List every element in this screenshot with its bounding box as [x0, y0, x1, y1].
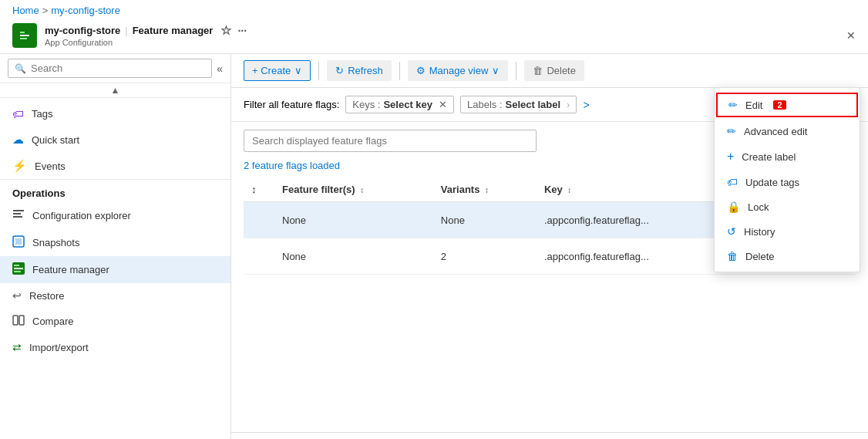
sidebar-item-restore[interactable]: ↩ Restore — [0, 283, 230, 308]
key-value: Select key — [383, 99, 432, 110]
key-prefix: Keys : — [352, 99, 380, 110]
svg-rect-4 — [13, 210, 24, 211]
update-tags-icon: 🏷 — [727, 176, 738, 188]
sort-icon-1[interactable]: ↕ — [360, 186, 364, 194]
star-icon[interactable]: ☆ — [220, 23, 231, 38]
sidebar-item-label: Restore — [29, 290, 65, 302]
feature-filter-cell-1: None — [274, 238, 433, 275]
svg-rect-10 — [14, 268, 23, 269]
sidebar-item-label: Import/export — [29, 342, 89, 353]
sidebar-search-input[interactable] — [31, 62, 205, 74]
sidebar-item-label: Feature manager — [32, 264, 109, 275]
svg-rect-12 — [14, 271, 21, 272]
menu-item-edit[interactable]: ✏ Edit 2 — [716, 93, 858, 117]
compare-icon — [12, 314, 25, 329]
tags-icon: 🏷 — [12, 107, 24, 120]
key-cell-1: .appconfig.featureflag... — [537, 238, 732, 275]
sidebar-item-snapshots[interactable]: Snapshots — [0, 229, 230, 256]
refresh-label: Refresh — [348, 65, 383, 76]
svg-rect-3 — [20, 38, 27, 39]
app-icon — [12, 23, 37, 48]
col-variants: Variants — [441, 184, 480, 195]
filter-label: Filter all feature flags: — [244, 99, 339, 110]
sort-icon-3[interactable]: ↕ — [567, 186, 571, 194]
sidebar-scroll-up[interactable]: ▲ — [111, 85, 120, 96]
update-tags-label: Update tags — [745, 177, 799, 188]
sidebar-item-events[interactable]: ⚡ Events — [0, 153, 230, 179]
menu-item-lock[interactable]: 🔒 Lock — [715, 194, 860, 219]
sort-col-0[interactable]: ↕ — [251, 184, 257, 195]
svg-rect-14 — [19, 316, 24, 325]
manage-view-arrow-icon: ∨ — [492, 65, 500, 76]
key-cell-0: .appconfig.featureflag... — [537, 202, 732, 238]
search-icon: 🔍 — [15, 63, 26, 74]
menu-item-advanced-edit[interactable]: ✏ Advanced edit — [715, 119, 860, 144]
breadcrumb-store[interactable]: my-config-store — [51, 5, 120, 16]
sidebar-item-compare[interactable]: Compare — [0, 308, 230, 335]
menu-item-delete[interactable]: 🗑 Delete — [715, 244, 860, 268]
svg-rect-5 — [13, 213, 21, 214]
restore-icon: ↩ — [12, 289, 22, 302]
label-filter-chip[interactable]: Labels : Select label › — [460, 96, 577, 113]
delete-menu-icon: 🗑 — [727, 250, 738, 262]
sidebar-item-tags[interactable]: 🏷 Tags — [0, 101, 230, 127]
delete-menu-label: Delete — [745, 251, 775, 262]
sidebar-item-quickstart[interactable]: ☁ Quick start — [0, 127, 230, 153]
col-key: Key — [544, 184, 563, 195]
context-menu: ✏ Edit 2 ✏ Advanced edit + Create label … — [714, 87, 860, 272]
snapshots-icon — [12, 235, 25, 250]
sidebar-section-operations: Operations — [0, 179, 230, 202]
sidebar-item-label: Snapshots — [32, 237, 79, 248]
filter-arrow-icon[interactable]: > — [583, 99, 589, 111]
more-icon[interactable]: ··· — [237, 25, 247, 37]
create-button[interactable]: + Create ∨ — [244, 60, 311, 81]
app-subtitle: App Configuration — [45, 38, 846, 47]
svg-rect-6 — [13, 216, 22, 218]
col-feature-filter: Feature filter(s) — [282, 184, 355, 195]
svg-rect-13 — [13, 316, 18, 325]
breadcrumb-home[interactable]: Home — [12, 5, 39, 16]
collapse-icon[interactable]: « — [217, 62, 223, 75]
feature-manager-icon — [12, 262, 25, 277]
edit-menu-icon: ✏ — [728, 99, 738, 111]
config-explorer-icon — [12, 208, 25, 223]
refresh-button[interactable]: ↻ Refresh — [327, 60, 392, 81]
close-icon[interactable]: ✕ — [846, 29, 856, 42]
key-filter-chip[interactable]: Keys : Select key ✕ — [345, 96, 454, 113]
menu-item-history[interactable]: ↺ History — [715, 219, 860, 244]
label-value: Select label — [506, 99, 561, 110]
sidebar-item-label: Compare — [32, 316, 73, 327]
sidebar-item-import-export[interactable]: ⇄ Import/export — [0, 335, 230, 360]
sidebar-item-label: Events — [35, 160, 66, 172]
page-title: my-config-store | Feature manager ☆ ··· — [45, 23, 846, 38]
events-icon: ⚡ — [12, 159, 27, 173]
scroll-left-icon[interactable]: ◀ — [237, 436, 252, 439]
create-label: + Create — [252, 65, 291, 76]
feature-filter-cell-0: None — [274, 202, 433, 238]
advanced-edit-icon: ✏ — [727, 125, 736, 137]
lock-label: Lock — [748, 201, 769, 213]
quickstart-icon: ☁ — [12, 133, 24, 147]
sidebar-item-feature-manager[interactable]: Feature manager — [0, 256, 230, 283]
lock-icon: 🔒 — [727, 201, 740, 213]
sidebar-search-box[interactable]: 🔍 — [8, 59, 212, 78]
menu-item-update-tags[interactable]: 🏷 Update tags — [715, 170, 860, 194]
manage-view-button[interactable]: ⚙ Manage view ∨ — [408, 60, 509, 81]
label-prefix: Labels : — [467, 99, 503, 110]
sidebar-item-configuration-explorer[interactable]: Configuration explorer — [0, 202, 230, 229]
scroll-right-icon[interactable]: ▶ — [847, 436, 862, 439]
sidebar-item-label: Quick start — [32, 134, 79, 146]
horizontal-scrollbar: ◀ ▶ — [231, 432, 868, 439]
feature-search-input[interactable] — [244, 130, 537, 152]
label-close-icon: › — [567, 99, 570, 110]
key-close-icon[interactable]: ✕ — [439, 99, 447, 110]
sort-icon-2[interactable]: ↕ — [485, 186, 489, 194]
history-icon: ↺ — [727, 225, 736, 238]
menu-item-create-label[interactable]: + Create label — [715, 144, 860, 170]
breadcrumb-separator: > — [42, 5, 49, 16]
svg-rect-1 — [20, 35, 29, 36]
delete-button[interactable]: 🗑 Delete — [524, 60, 584, 81]
create-arrow-icon: ∨ — [294, 65, 302, 76]
advanced-edit-label: Advanced edit — [744, 126, 807, 137]
badge-2: 2 — [773, 100, 786, 110]
